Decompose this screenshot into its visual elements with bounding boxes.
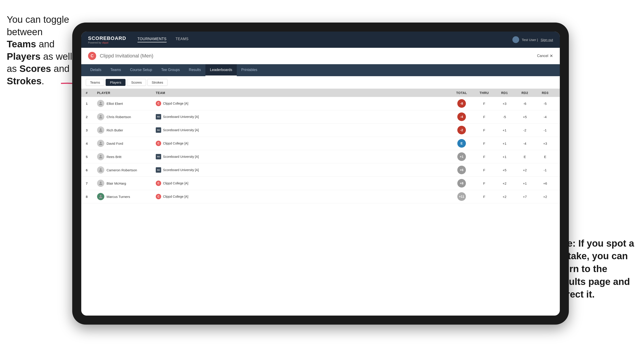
rd2-4: -4 [515, 142, 535, 145]
rd1-5: +1 [494, 155, 515, 159]
thru-6: F [474, 168, 494, 172]
team-logo-5: SU [156, 154, 161, 159]
rd1-8: +2 [494, 195, 515, 198]
team-4: C Clippd College [A] [156, 141, 449, 146]
total-1: -8 [449, 99, 474, 108]
rank-2: 2 [86, 115, 97, 119]
nav-links: TOURNAMENTS TEAMS [138, 37, 512, 42]
rd2-8: +7 [515, 195, 535, 198]
sub-tab-scores[interactable]: Scores [127, 79, 146, 86]
avatar-8 [97, 193, 104, 200]
total-7: +8 [449, 179, 474, 187]
player-7: Blair McHarg [97, 180, 156, 187]
rd2-7: +1 [515, 181, 535, 185]
table-row: 6 Cameron Robertson SU Scoreboard Univer… [81, 164, 560, 177]
table-header: # PLAYER TEAM TOTAL THRU RD1 RD2 RD3 [81, 89, 560, 97]
col-team: TEAM [156, 91, 449, 95]
tab-details[interactable]: Details [86, 64, 106, 76]
table-row: 7 Blair McHarg C Clippd College [A] +8 F… [81, 177, 560, 190]
avatar-6 [97, 166, 104, 173]
rd1-7: +2 [494, 181, 515, 185]
total-8: +11 [449, 192, 474, 201]
team-8: C Clippd College [A] [156, 194, 449, 199]
tab-printables[interactable]: Printables [237, 64, 262, 76]
cancel-button[interactable]: Cancel ✕ [537, 53, 553, 58]
rd2-3: -2 [515, 128, 535, 132]
col-total: TOTAL [449, 91, 474, 95]
player-4: David Ford [97, 140, 156, 147]
team-logo-4: C [156, 141, 161, 146]
nav-link-tournaments[interactable]: TOURNAMENTS [138, 37, 166, 42]
user-label: Test User | [522, 38, 538, 42]
avatar-2 [97, 113, 104, 120]
total-5: +1 [449, 152, 474, 161]
thru-2: F [474, 115, 494, 119]
table-row: 3 Rich Butler SU Scoreboard University [… [81, 124, 560, 137]
svg-point-4 [100, 142, 101, 143]
tab-results[interactable]: Results [184, 64, 206, 76]
tab-bar: Details Teams Course Setup Tee Groups Re… [81, 64, 560, 76]
sub-tab-bar: Teams Players Scores Strokes [81, 76, 560, 89]
player-1: Elliot Ebert [97, 100, 156, 107]
rank-5: 5 [86, 155, 97, 159]
sub-tab-strokes[interactable]: Strokes [148, 79, 168, 86]
rd3-8: +2 [535, 195, 555, 198]
col-rd3: RD3 [535, 91, 555, 95]
tab-leaderboards[interactable]: Leaderboards [206, 64, 237, 76]
team-1: C Clippd College [A] [156, 101, 449, 106]
rd3-6: -1 [535, 168, 555, 172]
logo-text: SCOREBOARD [88, 35, 126, 41]
table-row: 8 Marcus Turners C Clippd College [A] +1… [81, 190, 560, 203]
col-thru: THRU [474, 91, 494, 95]
tab-course-setup[interactable]: Course Setup [126, 64, 157, 76]
sub-tab-players[interactable]: Players [106, 79, 126, 86]
sub-tab-teams[interactable]: Teams [86, 79, 104, 86]
table-row: 4 David Ford C Clippd College [A] E F +1… [81, 137, 560, 150]
col-rank: # [86, 91, 97, 95]
total-2: -4 [449, 113, 474, 121]
svg-point-6 [100, 168, 101, 170]
rd2-5: E [515, 155, 535, 159]
rank-3: 3 [86, 128, 97, 132]
team-logo-7: C [156, 180, 161, 186]
player-3: Rich Butler [97, 127, 156, 134]
rd3-1: -5 [535, 102, 555, 106]
rd3-7: +6 [535, 181, 555, 185]
svg-point-2 [100, 115, 101, 117]
rd1-1: +3 [494, 102, 515, 106]
leaderboard-table: # PLAYER TEAM TOTAL THRU RD1 RD2 RD3 1 E… [81, 89, 560, 316]
avatar-3 [97, 127, 104, 134]
player-6: Cameron Robertson [97, 166, 156, 173]
team-logo-6: SU [156, 167, 161, 173]
rd1-2: -5 [494, 115, 515, 119]
thru-3: F [474, 128, 494, 132]
nav-right: Test User | Sign out [512, 36, 553, 43]
total-6: +6 [449, 166, 474, 174]
sign-out-link[interactable]: Sign out [540, 38, 553, 42]
col-rd2: RD2 [515, 91, 535, 95]
rd2-6: +2 [515, 168, 535, 172]
rd3-2: -4 [535, 115, 555, 119]
thru-7: F [474, 181, 494, 185]
rank-6: 6 [86, 168, 97, 172]
thru-1: F [474, 102, 494, 106]
rd1-6: +5 [494, 168, 515, 172]
bold-players: Players [7, 51, 40, 62]
rd3-5: E [535, 155, 555, 159]
tab-tee-groups[interactable]: Tee Groups [157, 64, 184, 76]
table-row: 2 Chris Robertson SU Scoreboard Universi… [81, 110, 560, 124]
thru-4: F [474, 142, 494, 145]
rd3-3: -1 [535, 128, 555, 132]
col-rd1: RD1 [494, 91, 515, 95]
nav-link-teams[interactable]: TEAMS [176, 37, 189, 42]
rd2-1: -6 [515, 102, 535, 106]
logo-area: SCOREBOARD Powered by clippd [88, 35, 126, 44]
team-logo-1: C [156, 101, 161, 106]
tab-teams[interactable]: Teams [106, 64, 126, 76]
user-avatar [512, 36, 519, 43]
bold-strokes: Strokes [7, 76, 42, 86]
rank-7: 7 [86, 181, 97, 185]
total-3: -2 [449, 126, 474, 134]
logo-sub: Powered by clippd [88, 41, 126, 44]
rank-1: 1 [86, 102, 97, 106]
